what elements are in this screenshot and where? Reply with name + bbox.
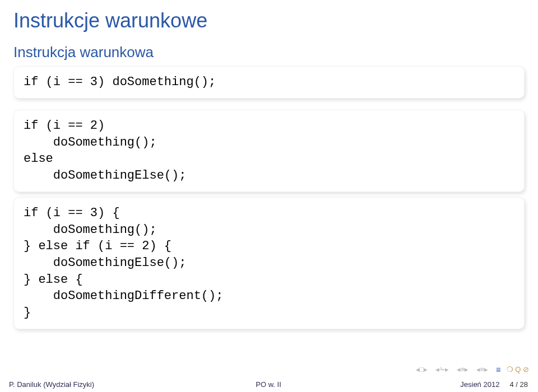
page-title: Instrukcje warunkowe (13, 9, 207, 32)
code-block-1: if (i == 3) doSomething(); (13, 66, 525, 99)
footer-center: PO w. II (188, 380, 349, 389)
slide-current: 4 (509, 380, 513, 389)
slide-total: 28 (520, 380, 528, 389)
footer-right: Jesień 2012 4 / 28 (349, 380, 538, 389)
nav-equiv-icon[interactable]: ≡ (496, 365, 501, 374)
nav-subsection-icon: ◂ ✁ ▸ (435, 365, 448, 374)
section-subtitle: Instrukcja warunkowa (13, 44, 154, 61)
nav-subsection-group[interactable]: ◂ ✁ ▸ (435, 365, 448, 374)
beamer-nav: ◂ □ ▸ ◂ ✁ ▸ ◂ ≡ ▸ ◂ ≡ ▸ ≡ ❍ Q ⊘ (416, 365, 529, 374)
code-text-1: if (i == 3) doSomething(); (24, 74, 514, 91)
footer-date: Jesień 2012 (460, 380, 499, 389)
code-text-2: if (i == 2) doSomething(); else doSometh… (24, 118, 514, 184)
nav-frame-icon: ◂ □ ▸ (416, 365, 426, 374)
slide-footer: P. Daniluk (Wydział Fizyki) PO w. II Jes… (0, 376, 538, 392)
nav-section-next-icon: ◂ ≡ ▸ (476, 365, 487, 374)
nav-section-prev-icon: ◂ ≡ ▸ (457, 365, 467, 374)
code-text-3: if (i == 3) { doSomething(); } else if (… (24, 205, 514, 321)
nav-frame-group[interactable]: ◂ □ ▸ (416, 365, 426, 374)
code-block-3: if (i == 3) { doSomething(); } else if (… (13, 197, 525, 329)
slide-sep: / (514, 380, 520, 389)
nav-section-next-group[interactable]: ◂ ≡ ▸ (476, 365, 487, 374)
nav-section-prev-group[interactable]: ◂ ≡ ▸ (457, 365, 467, 374)
nav-circ-icon[interactable]: ❍ Q ⊘ (507, 365, 529, 374)
slide: Instrukcje warunkowe Instrukcja warunkow… (0, 0, 538, 392)
code-block-2: if (i == 2) doSomething(); else doSometh… (13, 110, 525, 192)
footer-author: P. Daniluk (Wydział Fizyki) (0, 380, 188, 389)
